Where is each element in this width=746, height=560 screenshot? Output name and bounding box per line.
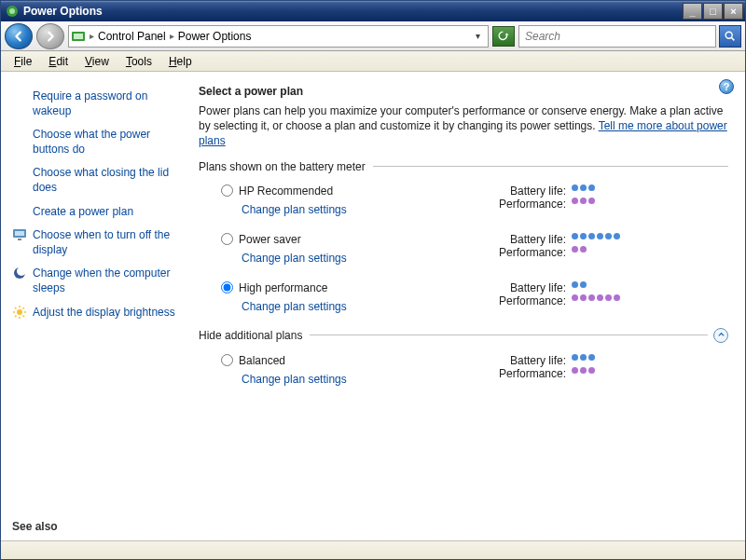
performance-label: Performance: xyxy=(482,198,566,211)
sidebar-link-turn-off-display[interactable]: Choose when to turn off the display xyxy=(12,224,180,262)
battery-life-label: Battery life: xyxy=(482,354,566,367)
power-plan: Power saverChange plan settingsBattery l… xyxy=(199,231,728,265)
section-additional-plans-label: Hide additional plans xyxy=(199,328,728,343)
help-icon[interactable]: ? xyxy=(719,79,734,94)
svg-line-16 xyxy=(15,307,17,309)
menu-tools[interactable]: Tools xyxy=(118,53,159,70)
plan-radio[interactable] xyxy=(221,354,233,366)
window: Power Options _ □ × ▸ Control Panel ▸ Po… xyxy=(0,0,746,560)
breadcrumb[interactable]: ▸ Control Panel ▸ Power Options ▾ xyxy=(68,25,489,48)
plan-radio[interactable] xyxy=(221,233,233,245)
menu-file[interactable]: File xyxy=(7,53,39,70)
breadcrumb-item[interactable]: Power Options xyxy=(178,30,252,43)
seealso-personalization[interactable]: Personalization xyxy=(12,537,180,540)
content: Require a password on wakeup Choose what… xyxy=(1,72,745,540)
main: ? Select a power plan Power plans can he… xyxy=(187,72,745,540)
maximize-button[interactable]: □ xyxy=(703,3,723,20)
svg-point-1 xyxy=(9,8,15,14)
breadcrumb-sep-icon: ▸ xyxy=(90,31,94,41)
page-description: Power plans can help you maximize your c… xyxy=(199,103,728,149)
change-plan-settings-link[interactable]: Change plan settings xyxy=(242,300,482,313)
sidebar: Require a password on wakeup Choose what… xyxy=(1,72,187,540)
sidebar-link-power-buttons[interactable]: Choose what the power buttons do xyxy=(12,123,180,161)
titlebar: Power Options _ □ × xyxy=(1,1,745,21)
battery-life-label: Battery life: xyxy=(482,184,566,198)
close-button[interactable]: × xyxy=(724,3,743,20)
change-plan-settings-link[interactable]: Change plan settings xyxy=(242,252,482,265)
collapse-icon[interactable] xyxy=(713,328,728,343)
page-heading: Select a power plan xyxy=(199,85,728,98)
rating-dots xyxy=(572,294,620,307)
additional-plans-list: BalancedChange plan settingsBattery life… xyxy=(199,352,728,386)
power-plan: BalancedChange plan settingsBattery life… xyxy=(199,352,728,386)
svg-line-18 xyxy=(15,315,17,317)
menu-edit[interactable]: Edit xyxy=(41,53,76,70)
menu-help[interactable]: Help xyxy=(161,53,200,70)
forward-button[interactable] xyxy=(36,23,64,49)
sun-icon xyxy=(12,305,27,320)
plan-radio[interactable] xyxy=(221,184,233,197)
breadcrumb-item[interactable]: Control Panel xyxy=(98,30,166,43)
change-plan-settings-link[interactable]: Change plan settings xyxy=(242,373,482,386)
power-plan: High performanceChange plan settingsBatt… xyxy=(199,280,728,313)
svg-point-11 xyxy=(17,309,22,315)
plan-name: High performance xyxy=(239,281,327,294)
power-options-icon xyxy=(5,4,20,19)
see-also-heading: See also xyxy=(12,520,180,533)
plans-list: HP RecommendedChange plan settingsBatter… xyxy=(199,183,728,313)
plan-name: HP Recommended xyxy=(239,184,333,198)
navbar: ▸ Control Panel ▸ Power Options ▾ Search xyxy=(1,21,745,51)
plan-name: Power saver xyxy=(239,233,301,246)
svg-rect-7 xyxy=(15,231,24,236)
plan-radio-label[interactable]: HP Recommended xyxy=(221,184,482,198)
svg-rect-3 xyxy=(74,34,83,39)
svg-point-4 xyxy=(725,32,732,38)
rating-dots xyxy=(572,246,587,259)
breadcrumb-dropdown-icon[interactable]: ▾ xyxy=(470,31,486,41)
svg-rect-8 xyxy=(18,239,21,240)
plan-radio-label[interactable]: Power saver xyxy=(221,233,482,246)
menubar: File Edit View Tools Help xyxy=(1,51,745,72)
sidebar-link-create-plan[interactable]: Create a power plan xyxy=(12,200,180,225)
monitor-icon xyxy=(12,227,27,242)
control-panel-icon xyxy=(71,29,86,44)
refresh-button[interactable] xyxy=(492,26,515,47)
menu-view[interactable]: View xyxy=(77,53,117,70)
svg-line-5 xyxy=(731,37,734,40)
plan-radio-label[interactable]: High performance xyxy=(221,281,482,294)
rating-dots xyxy=(572,184,595,198)
back-button[interactable] xyxy=(5,23,33,49)
svg-point-10 xyxy=(17,266,26,276)
minimize-button[interactable]: _ xyxy=(683,3,702,20)
sidebar-link-require-password[interactable]: Require a password on wakeup xyxy=(12,85,180,123)
rating-dots xyxy=(572,198,595,211)
breadcrumb-sep-icon: ▸ xyxy=(170,31,174,41)
svg-line-19 xyxy=(23,307,25,309)
moon-icon xyxy=(12,266,27,280)
see-also: See also Personalization Windows Mobilit… xyxy=(12,520,180,540)
rating-dots xyxy=(572,367,595,380)
performance-label: Performance: xyxy=(482,246,566,259)
rating-dots xyxy=(572,281,587,294)
power-plan: HP RecommendedChange plan settingsBatter… xyxy=(199,183,728,216)
performance-label: Performance: xyxy=(482,367,566,380)
plan-name: Balanced xyxy=(239,354,285,367)
plan-radio[interactable] xyxy=(221,281,233,294)
search-placeholder: Search xyxy=(525,30,560,43)
battery-life-label: Battery life: xyxy=(482,233,566,246)
change-plan-settings-link[interactable]: Change plan settings xyxy=(242,203,482,216)
sidebar-link-computer-sleeps[interactable]: Change when the computer sleeps xyxy=(12,262,180,300)
rating-dots xyxy=(572,354,595,367)
rating-dots xyxy=(572,233,620,246)
performance-label: Performance: xyxy=(482,294,566,307)
sidebar-link-closing-lid[interactable]: Choose what closing the lid does xyxy=(12,161,180,199)
plan-radio-label[interactable]: Balanced xyxy=(221,354,482,367)
battery-life-label: Battery life: xyxy=(482,281,566,294)
section-battery-meter-label: Plans shown on the battery meter xyxy=(199,160,728,173)
statusbar xyxy=(1,540,745,559)
search-button[interactable] xyxy=(719,25,741,48)
window-title: Power Options xyxy=(23,5,682,18)
window-buttons: _ □ × xyxy=(682,3,743,20)
search-input[interactable]: Search xyxy=(518,25,716,48)
sidebar-link-brightness[interactable]: Adjust the display brightness xyxy=(12,301,180,325)
